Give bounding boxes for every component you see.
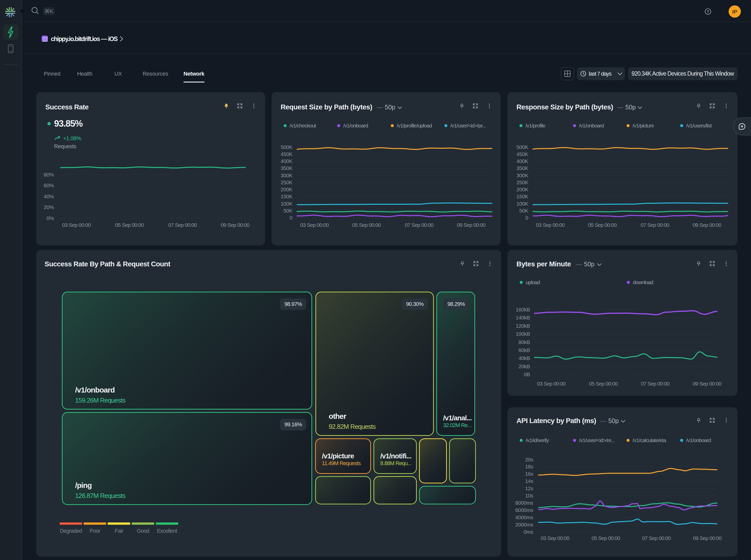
svg-text:09 Sep 00:00: 09 Sep 00:00 xyxy=(693,222,721,228)
svg-text:300K: 300K xyxy=(281,173,293,178)
svg-text:50p: 50p xyxy=(584,261,594,267)
svg-text:150K: 150K xyxy=(281,194,293,199)
svg-text:60%: 60% xyxy=(44,182,54,188)
svg-text:/v1/calculate/eta: /v1/calculate/eta xyxy=(633,437,666,443)
svg-text:03 Sep 00:00: 03 Sep 00:00 xyxy=(541,535,569,541)
svg-text:0: 0 xyxy=(290,215,292,221)
svg-text:50p: 50p xyxy=(385,104,395,111)
svg-text:05 Sep 00:00: 05 Sep 00:00 xyxy=(115,222,144,228)
svg-text:/v1/onboard: /v1/onboard xyxy=(686,437,711,443)
svg-text:/v1/user/<id>/pr...: /v1/user/<id>/pr... xyxy=(450,123,486,128)
svg-text:120kB: 120kB xyxy=(516,323,530,329)
svg-text:50K: 50K xyxy=(283,208,292,214)
svg-text:/v1/onboard: /v1/onboard xyxy=(579,123,604,128)
svg-text:20s: 20s xyxy=(525,457,533,462)
svg-text:09 Sep 00:00: 09 Sep 00:00 xyxy=(221,222,249,228)
svg-text:0: 0 xyxy=(525,215,528,221)
svg-text:download: download xyxy=(633,279,653,285)
svg-text:350K: 350K xyxy=(281,165,293,171)
svg-text:100K: 100K xyxy=(281,201,293,206)
svg-text:07 Sep 00:00: 07 Sep 00:00 xyxy=(405,222,433,228)
svg-text:/v1/onboard: /v1/onboard xyxy=(343,123,368,128)
svg-text:05 Sep 00:00: 05 Sep 00:00 xyxy=(588,222,616,228)
svg-text:Request Size by Path (bytes): Request Size by Path (bytes) xyxy=(281,103,372,111)
svg-text:200K: 200K xyxy=(281,186,293,192)
svg-text:12s: 12s xyxy=(525,485,533,491)
svg-text:09 Sep 00:00: 09 Sep 00:00 xyxy=(457,222,485,228)
svg-text:05 Sep 00:00: 05 Sep 00:00 xyxy=(589,381,617,386)
svg-text:Success Rate By Path & Request: Success Rate By Path & Request Count xyxy=(44,260,170,268)
svg-text:450K: 450K xyxy=(516,151,528,157)
svg-text:07 Sep 00:00: 07 Sep 00:00 xyxy=(642,535,671,541)
svg-text:50K: 50K xyxy=(519,208,528,214)
svg-text:100K: 100K xyxy=(516,201,528,206)
svg-text:API Latency by Path (ms): API Latency by Path (ms) xyxy=(516,417,596,424)
svg-text:50p: 50p xyxy=(608,417,619,424)
svg-text:/v1/id/verify: /v1/id/verify xyxy=(526,437,549,443)
svg-text:03 Sep 00:00: 03 Sep 00:00 xyxy=(537,381,566,386)
svg-text:/v1/user/<id>/re...: /v1/user/<id>/re... xyxy=(579,437,615,443)
svg-text:350K: 350K xyxy=(516,165,528,171)
svg-text:Response Size by Path (bytes): Response Size by Path (bytes) xyxy=(516,103,613,111)
svg-text:6000ms: 6000ms xyxy=(515,507,533,513)
svg-text:03 Sep 00:00: 03 Sep 00:00 xyxy=(300,222,329,228)
svg-text:—: — xyxy=(617,104,623,111)
svg-text:—: — xyxy=(576,261,582,267)
svg-text:140kB: 140kB xyxy=(516,315,530,320)
svg-text:—: — xyxy=(377,104,383,111)
svg-text:500K: 500K xyxy=(281,144,293,150)
svg-text:400K: 400K xyxy=(516,158,528,164)
svg-text:/v1/profile/upload: /v1/profile/upload xyxy=(397,123,432,128)
svg-text:80%: 80% xyxy=(44,172,54,178)
svg-text:03 Sep 00:00: 03 Sep 00:00 xyxy=(62,222,90,228)
svg-text:upload: upload xyxy=(526,279,540,285)
svg-text:05 Sep 00:00: 05 Sep 00:00 xyxy=(352,222,381,228)
svg-text:20kB: 20kB xyxy=(519,363,530,369)
svg-text:200K: 200K xyxy=(516,186,528,192)
svg-text:03 Sep 00:00: 03 Sep 00:00 xyxy=(536,222,565,228)
svg-text:07 Sep 00:00: 07 Sep 00:00 xyxy=(641,381,669,386)
svg-text:60kB: 60kB xyxy=(519,347,530,353)
svg-text:20%: 20% xyxy=(44,204,54,210)
svg-text:80kB: 80kB xyxy=(519,339,530,345)
svg-text:50p: 50p xyxy=(625,104,636,111)
svg-text:40%: 40% xyxy=(44,194,54,199)
svg-text:Success Rate: Success Rate xyxy=(45,103,88,111)
svg-text:07 Sep 00:00: 07 Sep 00:00 xyxy=(641,222,669,228)
svg-text:400K: 400K xyxy=(281,158,293,164)
svg-text:07 Sep 00:00: 07 Sep 00:00 xyxy=(168,222,197,228)
svg-text:10s: 10s xyxy=(525,493,533,498)
svg-text:0%: 0% xyxy=(46,215,54,221)
svg-text:+1.08%: +1.08% xyxy=(63,135,81,141)
svg-text:8000ms: 8000ms xyxy=(515,500,533,506)
svg-text:2000ms: 2000ms xyxy=(515,522,533,527)
svg-text:Requests: Requests xyxy=(54,143,76,149)
svg-text:/v1/users/list: /v1/users/list xyxy=(686,123,712,128)
svg-text:4000ms: 4000ms xyxy=(515,515,533,520)
svg-text:—: — xyxy=(600,417,606,424)
svg-text:0ms: 0ms xyxy=(524,529,533,535)
svg-text:09 Sep 00:00: 09 Sep 00:00 xyxy=(693,381,721,386)
svg-text:93.85%: 93.85% xyxy=(54,118,83,129)
svg-text:05 Sep 00:00: 05 Sep 00:00 xyxy=(591,535,620,541)
svg-text:16s: 16s xyxy=(525,471,533,477)
svg-text:100kB: 100kB xyxy=(516,331,530,337)
svg-text:Bytes per Minute: Bytes per Minute xyxy=(516,260,571,268)
svg-text:/v1/profile: /v1/profile xyxy=(525,123,545,128)
svg-text:/v1/checkout: /v1/checkout xyxy=(290,123,316,128)
svg-text:18s: 18s xyxy=(525,464,533,469)
svg-text:0B: 0B xyxy=(524,372,530,377)
svg-text:40kB: 40kB xyxy=(519,355,530,361)
svg-text:14s: 14s xyxy=(525,478,533,484)
svg-text:160kB: 160kB xyxy=(516,307,530,313)
svg-text:250K: 250K xyxy=(516,179,528,185)
svg-text:/v1/picture: /v1/picture xyxy=(633,123,654,128)
svg-text:09 Sep 00:00: 09 Sep 00:00 xyxy=(693,535,722,541)
svg-text:150K: 150K xyxy=(516,194,528,199)
svg-text:500K: 500K xyxy=(516,144,528,150)
svg-text:250K: 250K xyxy=(281,179,293,185)
svg-text:450K: 450K xyxy=(281,151,293,157)
svg-text:300K: 300K xyxy=(516,173,528,178)
